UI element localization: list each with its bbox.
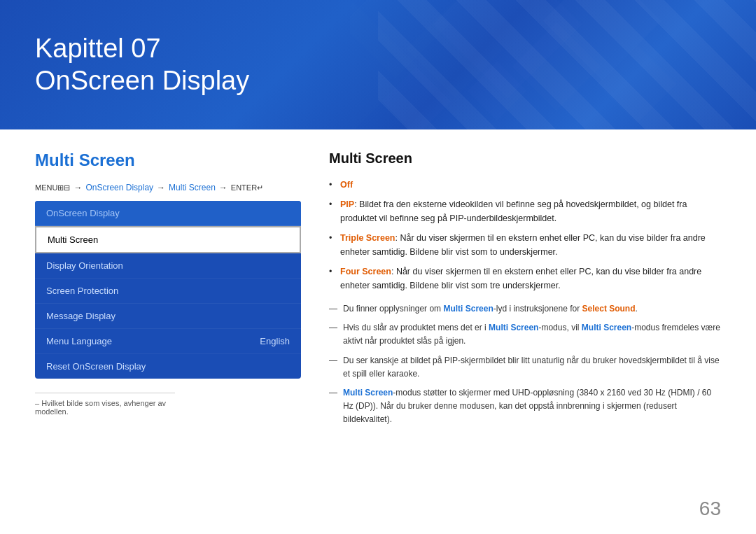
- chapter-line: Kapittel 07: [35, 33, 249, 65]
- pip-label: PIP: [340, 199, 354, 209]
- right-panel: Multi Screen Off PIP: Bildet fra den eks…: [329, 150, 721, 433]
- list-item-off: Off: [329, 178, 721, 192]
- select-sound-ref: Select Sound: [582, 304, 636, 314]
- footnote-area: – Hvilket bilde som vises, avhenger av m…: [35, 393, 175, 416]
- header-title: Kapittel 07 OnScreen Display: [35, 33, 249, 97]
- menu-item-multi-screen[interactable]: Multi Screen: [35, 226, 301, 253]
- menu-item-reset-osd[interactable]: Reset OnScreen Display: [35, 354, 301, 379]
- footnote-text: – Hvilket bilde som vises, avhenger av m…: [35, 399, 175, 416]
- note-stay-active: Hvis du slår av produktet mens det er i …: [329, 321, 721, 348]
- note-pip-unnatural: Du ser kanskje at bildet på PIP-skjermbi…: [329, 354, 721, 381]
- menu-item-label: Menu Language: [46, 336, 112, 346]
- header-banner: Kapittel 07 OnScreen Display: [0, 0, 756, 129]
- multi-screen-ref3: Multi Screen: [582, 323, 631, 332]
- menu-item-screen-protection[interactable]: Screen Protection: [35, 279, 301, 304]
- multi-screen-ref4: Multi Screen: [343, 388, 393, 398]
- left-panel: Multi Screen MENU⊞⊟ → OnScreen Display →…: [35, 150, 301, 433]
- menu-item-display-orientation[interactable]: Display Orientation: [35, 253, 301, 279]
- menu-icon: MENU⊞⊟: [35, 183, 70, 192]
- menu-item-message-display[interactable]: Message Display: [35, 304, 301, 329]
- triple-label: Triple Screen: [340, 233, 396, 243]
- bullet-list: Off PIP: Bildet fra den eksterne videoki…: [329, 178, 721, 293]
- multi-screen-ref1: Multi Screen: [443, 304, 493, 314]
- breadcrumb-link1: OnScreen Display: [85, 183, 153, 192]
- arrow2: →: [157, 183, 165, 192]
- osd-menu-header: OnScreen Display: [35, 201, 301, 226]
- list-item-triple: Triple Screen: Når du viser skjermen til…: [329, 231, 721, 259]
- note-select-sound: Du finner opplysninger om Multi Screen-l…: [329, 302, 721, 316]
- menu-item-label: Screen Protection: [46, 286, 118, 296]
- arrow1: →: [74, 183, 82, 192]
- note-uhd: Multi Screen-modus støtter to skjermer m…: [329, 386, 721, 427]
- enter-icon: ENTER↵: [231, 183, 263, 192]
- menu-item-menu-language[interactable]: Menu Language English: [35, 329, 301, 354]
- subtitle-line: OnScreen Display: [35, 65, 249, 97]
- right-section-title: Multi Screen: [329, 150, 721, 167]
- list-item-four: Four Screen: Når du viser skjermen til e…: [329, 265, 721, 293]
- multi-screen-ref2: Multi Screen: [489, 323, 538, 332]
- menu-item-label: Multi Screen: [48, 234, 98, 245]
- off-label: Off: [340, 180, 353, 190]
- menu-item-value: English: [260, 336, 290, 346]
- triple-text: : Når du viser skjermen til en ekstern e…: [340, 233, 706, 257]
- four-text: : Når du viser skjermen til en ekstern e…: [340, 267, 701, 290]
- list-item-pip: PIP: Bildet fra den eksterne videokilden…: [329, 197, 721, 225]
- menu-item-label: Reset OnScreen Display: [46, 361, 146, 372]
- osd-menu: OnScreen Display Multi Screen Display Or…: [35, 201, 301, 379]
- menu-item-label: Message Display: [46, 311, 115, 321]
- left-section-title: Multi Screen: [35, 150, 301, 170]
- content-area: Multi Screen MENU⊞⊟ → OnScreen Display →…: [0, 129, 756, 447]
- arrow3: →: [219, 183, 227, 192]
- breadcrumb-link2: Multi Screen: [169, 183, 216, 192]
- pip-text: : Bildet fra den eksterne videokilden vi…: [340, 199, 687, 223]
- page-number: 63: [699, 498, 721, 520]
- breadcrumb: MENU⊞⊟ → OnScreen Display → Multi Screen…: [35, 183, 301, 192]
- four-label: Four Screen: [340, 267, 391, 276]
- menu-item-label: Display Orientation: [46, 260, 123, 271]
- decorative-diamonds: [350, 0, 700, 129]
